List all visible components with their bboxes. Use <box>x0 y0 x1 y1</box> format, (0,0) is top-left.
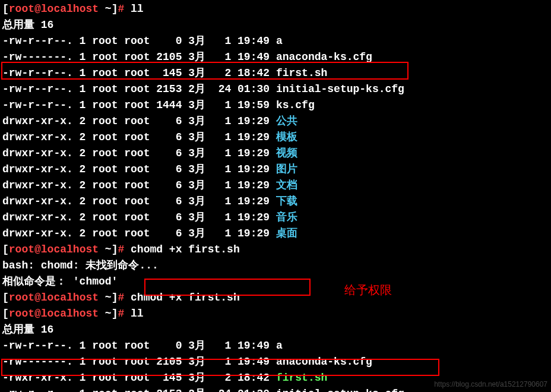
ls-row: -rw-r--r--. 1 root root 0 3月 1 19:49 a <box>2 33 549 49</box>
watermark: https://blog.csdn.net/a15212790607 <box>434 379 547 390</box>
ls-row: drwxr-xr-x. 2 root root 6 3月 1 19:29 视频 <box>2 146 549 162</box>
prompt-line[interactable]: [root@localhost ~]# ll <box>2 1 549 17</box>
ls-row: drwxr-xr-x. 2 root root 6 3月 1 19:29 公共 <box>2 113 549 129</box>
ls-row: -rw-r--r--. 1 root root 2153 2月 24 01:30… <box>2 81 549 97</box>
ls-row: -rw-------. 1 root root 2105 3月 1 19:49 … <box>2 354 549 370</box>
prompt-line[interactable]: [root@localhost ~]# ll <box>2 306 549 322</box>
prompt-line[interactable]: [root@localhost ~]# chomd +x first.sh <box>2 242 549 258</box>
ls-row: drwxr-xr-x. 2 root root 6 3月 1 19:29 桌面 <box>2 226 549 242</box>
annotation-label: 给予权限 <box>344 281 392 299</box>
ls-row: -rw-------. 1 root root 2105 3月 1 19:49 … <box>2 49 549 65</box>
error-line: 相似命令是： 'chmod' <box>2 274 549 290</box>
ls-row: -rw-r--r--. 1 root root 0 3月 1 19:49 a <box>2 338 549 354</box>
error-line: bash: chomd: 未找到命令... <box>2 258 549 274</box>
ls-row: drwxr-xr-x. 2 root root 6 3月 1 19:29 文档 <box>2 178 549 194</box>
total-line: 总用量 16 <box>2 322 549 338</box>
prompt-line[interactable]: [root@localhost ~]# chmod +x first.sh <box>2 290 549 306</box>
ls-row: -rw-r--r--. 1 root root 145 3月 2 18:42 f… <box>2 65 549 81</box>
ls-row: drwxr-xr-x. 2 root root 6 3月 1 19:29 下载 <box>2 194 549 210</box>
total-line: 总用量 16 <box>2 17 549 33</box>
ls-row: drwxr-xr-x. 2 root root 6 3月 1 19:29 模板 <box>2 129 549 146</box>
ls-row: drwxr-xr-x. 2 root root 6 3月 1 19:29 图片 <box>2 162 549 178</box>
ls-row: -rw-r--r--. 1 root root 1444 3月 1 19:59 … <box>2 97 549 113</box>
ls-row: drwxr-xr-x. 2 root root 6 3月 1 19:29 音乐 <box>2 210 549 226</box>
terminal[interactable]: [root@localhost ~]# ll总用量 16-rw-r--r--. … <box>0 0 551 392</box>
